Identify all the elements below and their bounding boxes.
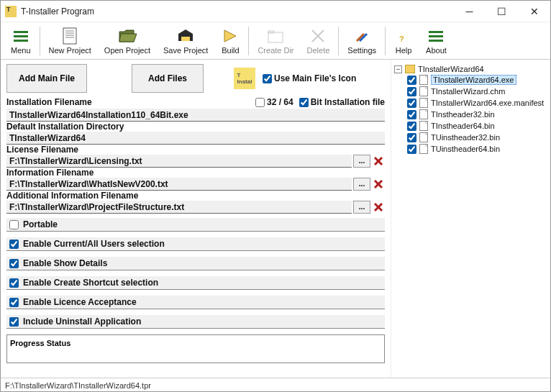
addinfo-label: Additional Information Filename [6, 191, 385, 201]
tree-file-label: TInstallerWizard64.exe [431, 75, 516, 85]
svg-rect-2 [14, 40, 28, 42]
enable-show-details-label: Enable Show Details [23, 258, 107, 268]
svg-rect-16 [429, 31, 443, 33]
window-title: T-Installer Program [21, 6, 453, 17]
tree-file-checkbox[interactable] [407, 145, 416, 154]
progress-status-box: Progress Status [6, 334, 385, 363]
info-browse-button[interactable]: ... [353, 178, 370, 191]
tree-file-label: TInstheader32.bin [431, 110, 495, 119]
tree-collapse-icon[interactable]: − [394, 65, 402, 73]
tree-file-checkbox[interactable] [407, 99, 416, 108]
tree-root-label: TInstallerWizard64 [418, 65, 484, 73]
enable-show-details-checkbox[interactable] [9, 259, 19, 268]
tree-file-checkbox[interactable] [407, 76, 416, 85]
svg-rect-9 [268, 32, 283, 42]
enable-licence-checkbox[interactable] [9, 298, 19, 307]
portable-label: Portable [23, 219, 58, 229]
install-filename-label: Installation Filename [6, 97, 250, 107]
tree-file-label: TInstallerWizard.chm [431, 87, 505, 96]
include-uninstall-label: Include Uninstall Application [23, 316, 141, 327]
settings-button[interactable]: Settings [342, 24, 382, 58]
install-filename-input[interactable] [6, 109, 385, 122]
tree-file-node[interactable]: TInstheader32.bin [407, 109, 547, 120]
default-dir-input[interactable] [6, 132, 385, 145]
svg-rect-0 [14, 31, 28, 33]
save-project-button[interactable]: Save Project [158, 24, 214, 58]
tree-file-node[interactable]: TInstallerWizard64.exe [407, 74, 547, 86]
file-tree-panel: − TInstallerWizard64 TInstallerWizard64.… [391, 60, 550, 378]
use-main-file-icon-checkbox[interactable] [263, 74, 272, 83]
add-files-button[interactable]: Add Files [132, 64, 204, 93]
file-icon [419, 75, 428, 85]
delete-button: Delete [301, 24, 336, 58]
info-input[interactable] [6, 178, 352, 191]
svg-rect-18 [429, 40, 443, 42]
build-button[interactable]: Build [215, 24, 245, 58]
enable-users-checkbox[interactable] [9, 240, 19, 249]
file-icon [419, 121, 428, 131]
addinfo-clear-button[interactable] [372, 201, 385, 214]
tree-file-node[interactable]: TInstheader64.bin [407, 120, 547, 132]
tree-file-checkbox[interactable] [407, 110, 416, 119]
tree-file-node[interactable]: TUinstheader64.bin [407, 143, 547, 155]
help-button[interactable]: ? Help [388, 24, 419, 58]
close-button[interactable]: ✕ [518, 1, 550, 22]
tree-file-checkbox[interactable] [407, 87, 416, 96]
new-project-icon [60, 27, 79, 45]
main-file-icon-preview: TInstal [234, 68, 255, 89]
add-main-file-button[interactable]: Add Main File [6, 64, 87, 93]
app-icon [5, 6, 17, 17]
build-icon [221, 27, 240, 45]
menu-icon [12, 27, 30, 45]
new-project-button[interactable]: New Project [43, 24, 97, 58]
license-input[interactable] [6, 155, 352, 168]
statusbar: F:\TInstallerWizard\TInstallerWizard64.t… [1, 378, 550, 392]
license-clear-button[interactable] [372, 155, 385, 168]
bits-32-64-checkbox[interactable] [255, 98, 265, 107]
enable-shortcut-checkbox[interactable] [9, 278, 19, 288]
addinfo-input[interactable] [6, 201, 352, 214]
save-icon [176, 27, 195, 45]
tree-file-checkbox[interactable] [407, 122, 416, 131]
create-dir-icon [266, 27, 285, 45]
file-icon [419, 98, 428, 108]
bit-install-label: Bit Installation file [311, 97, 385, 107]
tree-root-node[interactable]: − TInstallerWizard64 [394, 64, 547, 74]
svg-rect-17 [429, 35, 443, 37]
svg-rect-8 [181, 37, 190, 41]
tree-file-label: TUinstheader32.bin [431, 133, 500, 142]
enable-users-label: Enable Current/All Users selection [23, 239, 165, 249]
toolbar: Menu New Project Open Project Save Proje… [1, 22, 550, 60]
open-project-button[interactable]: Open Project [99, 24, 156, 58]
tree-file-label: TUinstheader64.bin [431, 145, 500, 153]
svg-rect-3 [63, 28, 76, 44]
svg-text:?: ? [399, 35, 404, 43]
minimize-button[interactable]: ─ [453, 1, 486, 22]
bits-label: 32 / 64 [267, 97, 293, 107]
tree-file-node[interactable]: TInstallerWizard.chm [407, 86, 547, 97]
tree-file-node[interactable]: TUinstheader32.bin [407, 132, 547, 143]
info-label: Information Filename [6, 168, 385, 178]
default-dir-label: Default Installation Directory [6, 122, 385, 132]
create-dir-button: Create Dir [252, 24, 299, 58]
tree-file-node[interactable]: TInstallerWizard64.exe.manifest [407, 97, 547, 109]
open-folder-icon [118, 27, 137, 45]
help-icon: ? [394, 27, 413, 45]
tree-file-checkbox[interactable] [407, 133, 416, 142]
license-browse-button[interactable]: ... [353, 155, 370, 168]
info-clear-button[interactable] [372, 178, 385, 191]
enable-licence-label: Enable Licence Acceptance [23, 297, 137, 307]
delete-icon [309, 27, 327, 45]
file-tree[interactable]: − TInstallerWizard64 TInstallerWizard64.… [394, 64, 547, 155]
file-icon [419, 86, 428, 96]
tree-file-label: TInstallerWizard64.exe.manifest [431, 99, 544, 107]
menu-button[interactable]: Menu [5, 24, 37, 58]
include-uninstall-checkbox[interactable] [9, 317, 19, 327]
about-button[interactable]: About [420, 24, 452, 58]
addinfo-browse-button[interactable]: ... [353, 201, 370, 214]
portable-checkbox[interactable] [9, 220, 19, 229]
maximize-button[interactable]: ☐ [486, 1, 518, 22]
bit-install-checkbox[interactable] [299, 98, 309, 107]
about-icon [427, 27, 445, 45]
titlebar: T-Installer Program ─ ☐ ✕ [1, 1, 550, 22]
